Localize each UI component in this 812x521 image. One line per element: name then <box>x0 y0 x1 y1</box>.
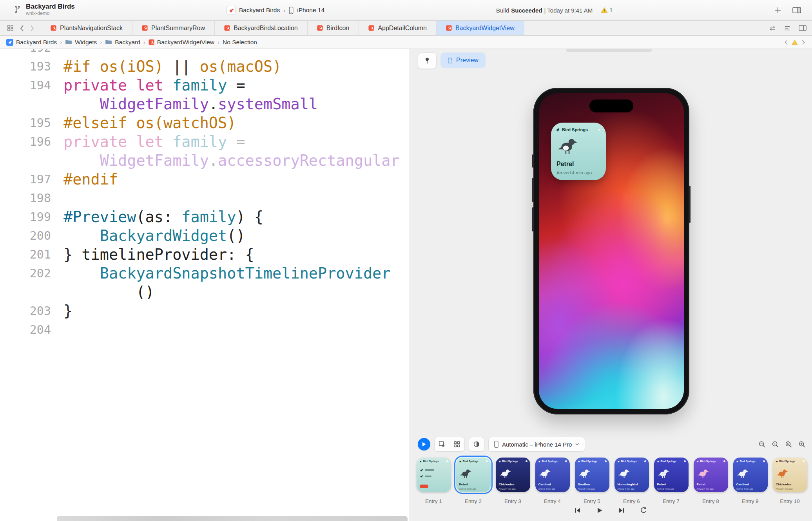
device-selector-dropdown[interactable]: Automatic – iPhone 14 Pro <box>488 437 585 452</box>
thumb-bird-image <box>658 468 669 479</box>
code-line: WidgetFamily.accessoryRectangular <box>0 151 409 170</box>
widget-preview-thumb: Bird SpringsPetrelArrived 4 min ago <box>654 458 689 492</box>
editor-layout-icon[interactable] <box>792 7 801 13</box>
breadcrumb-item-backyard-birds[interactable]: Backyard Birds <box>6 39 57 46</box>
entry-label: Entry 10 <box>770 498 810 504</box>
issue-warning-icon[interactable] <box>792 40 798 45</box>
timeline-entry-entry-6[interactable]: Bird SpringsHummingbirdArrived 4 min ago… <box>612 456 651 504</box>
minimap-list-icon[interactable] <box>784 25 791 32</box>
entry-thumbnail[interactable]: Bird SpringsSwallowArrived 4 min ago <box>573 456 611 494</box>
entry-thumbnail[interactable]: Bird SpringsPetrelArrived 4 min ago <box>652 456 691 494</box>
entry-thumbnail[interactable]: Bird SpringsCardinalArrived 4 min ago <box>731 456 770 494</box>
thumb-header: Bird Springs <box>538 460 567 463</box>
timeline-entry-entry-9[interactable]: Bird SpringsCardinalArrived 4 min agoEnt… <box>730 456 770 504</box>
tab-backyardwidgetview[interactable]: BackyardWidgetView <box>437 21 524 35</box>
code-line: 201} timelineProvider: { <box>0 245 409 264</box>
tab-plantsnavigationstack[interactable]: PlantsNavigationStack <box>41 21 132 35</box>
loop-icon[interactable] <box>639 506 648 515</box>
zoom-in-icon[interactable] <box>798 441 806 448</box>
code-text: } timelineProvider: { <box>63 246 254 263</box>
tab-appdetailcolumn[interactable]: AppDetailColumn <box>359 21 437 35</box>
thumb-bird-image <box>737 468 749 479</box>
live-preview-play-button[interactable] <box>418 438 430 450</box>
breadcrumb-item-no-selection[interactable]: No Selection <box>223 39 257 46</box>
appearance-toggle[interactable] <box>469 437 484 452</box>
bird-springs-widget[interactable]: Bird Springs Petrel Arrived 4 min ago <box>551 123 606 180</box>
entry-thumbnail[interactable]: Bird SpringsPetrelArrived 4 min ago <box>692 456 730 494</box>
entry-label: Entry 1 <box>414 498 453 504</box>
swap-arrows-icon[interactable] <box>769 25 776 32</box>
add-editor-icon[interactable] <box>799 25 807 31</box>
timeline-entry-entry-10[interactable]: Bird SpringsChickadeeArrived 4 min agoEn… <box>770 456 810 504</box>
build-status-result: Succeeded <box>511 7 542 14</box>
line-number: 202 <box>0 266 63 280</box>
warning-badge[interactable]: 1 <box>601 7 613 13</box>
code-editor[interactable]: 192193#if os(iOS) || os(macOS)194private… <box>0 49 409 521</box>
entry-thumbnail[interactable]: Bird SpringsHummingbirdArrived 4 min ago <box>613 456 651 494</box>
code-line: 196private let family = <box>0 132 409 151</box>
variants-mode-icon[interactable] <box>450 437 464 451</box>
zoom-one-icon[interactable]: 1 <box>772 441 779 448</box>
timeline-entry-entry-7[interactable]: Bird SpringsPetrelArrived 4 min agoEntry… <box>651 456 691 504</box>
code-line: 192 <box>0 49 409 57</box>
breadcrumb-item-backyardwidgetview[interactable]: BackyardWidgetView <box>149 39 214 46</box>
tab-label: BackyardWidgetView <box>455 25 515 32</box>
dynamic-island <box>589 99 633 112</box>
selectable-mode-icon[interactable] <box>435 437 450 451</box>
timeline-entry-entry-2[interactable]: Bird SpringsPetrelArrived 4 min agoEntry… <box>453 456 493 504</box>
tab-backyardbirdslocation[interactable]: BackyardBirdsLocation <box>215 21 308 35</box>
next-issue-chevron-icon[interactable] <box>802 40 805 45</box>
entry-thumbnail[interactable]: Bird SpringsChickadeeArrived 4 min ago <box>494 456 532 494</box>
thumb-app-name: Bird Springs <box>779 460 795 463</box>
timeline-entry-entry-1[interactable]: Bird SpringsEntry 1 <box>414 456 453 504</box>
tab-overview-icon[interactable] <box>7 25 14 31</box>
back-chevron-icon[interactable] <box>20 25 24 31</box>
thumb-arrival-time: Arrived 4 min ago <box>538 488 555 490</box>
forward-chevron-icon[interactable] <box>30 25 34 31</box>
widget-preview-thumb: Bird SpringsChickadeeArrived 4 min ago <box>773 458 807 492</box>
preview-tab-button[interactable]: Preview <box>440 52 486 68</box>
entry-label: Entry 4 <box>533 498 572 504</box>
entry-thumbnail-selected[interactable]: Bird SpringsPetrelArrived 4 min ago <box>454 456 493 494</box>
tab-birdicon[interactable]: BirdIcon <box>308 21 359 35</box>
step-backward-icon[interactable] <box>573 506 582 515</box>
breadcrumb-item-widgets[interactable]: Widgets <box>65 39 97 46</box>
power-button <box>689 186 691 223</box>
thumb-arrival-time: Arrived 4 min ago <box>776 488 793 490</box>
zoom-out-icon[interactable] <box>758 441 766 448</box>
scheme-selector[interactable]: Backyard Birds › iPhone 14 <box>227 0 324 20</box>
phone-screen-wallpaper: Bird Springs Petrel Arrived 4 min ago <box>539 93 684 409</box>
line-number: 201 <box>0 248 63 261</box>
step-forward-icon[interactable] <box>617 506 626 515</box>
thumb-bird-name: Cardinal <box>736 483 749 486</box>
entry-thumbnail[interactable]: Bird SpringsChickadeeArrived 4 min ago <box>771 456 809 494</box>
timeline-entry-entry-5[interactable]: Bird SpringsSwallowArrived 4 min agoEntr… <box>572 456 612 504</box>
preview-canvas: Preview Bird Springs <box>409 49 812 521</box>
run-destination[interactable]: iPhone 14 <box>297 7 324 14</box>
thumb-header: Bird Springs <box>578 460 607 463</box>
tab-bar-right-controls <box>769 21 807 35</box>
entry-label: Entry 3 <box>493 498 533 504</box>
timeline-entry-entry-8[interactable]: Bird SpringsPetrelArrived 4 min agoEntry… <box>691 456 730 504</box>
timeline-entry-entry-3[interactable]: Bird SpringsChickadeeArrived 4 min agoEn… <box>493 456 533 504</box>
new-tab-plus-icon[interactable] <box>774 7 781 14</box>
breadcrumb-item-backyard[interactable]: Backyard <box>105 39 140 46</box>
tab-label: PlantSummaryRow <box>151 25 205 32</box>
pin-preview-button[interactable] <box>418 52 437 69</box>
timeline-entry-entry-4[interactable]: Bird SpringsCardinalArrived 4 min agoEnt… <box>533 456 572 504</box>
play-icon[interactable] <box>595 506 604 515</box>
volume-up-button <box>532 178 534 202</box>
entry-thumbnail[interactable]: Bird Springs <box>415 456 453 494</box>
thumb-app-name: Bird Springs <box>740 460 756 463</box>
widget-bird-name: Petrel <box>556 161 574 168</box>
sun-icon <box>446 460 448 462</box>
swift-file-icon <box>51 25 56 31</box>
tab-label: PlantsNavigationStack <box>60 25 123 32</box>
code-text: private let family = <box>63 133 245 150</box>
previous-issue-chevron-icon[interactable] <box>785 40 788 45</box>
entry-thumbnail[interactable]: Bird SpringsCardinalArrived 4 min ago <box>533 456 572 494</box>
tab-plantsummaryrow[interactable]: PlantSummaryRow <box>132 21 215 35</box>
zoom-fit-icon[interactable] <box>785 441 792 448</box>
source-control-branch-icon[interactable] <box>14 5 21 13</box>
workspace-subtitle: wnix-demo <box>26 11 75 16</box>
